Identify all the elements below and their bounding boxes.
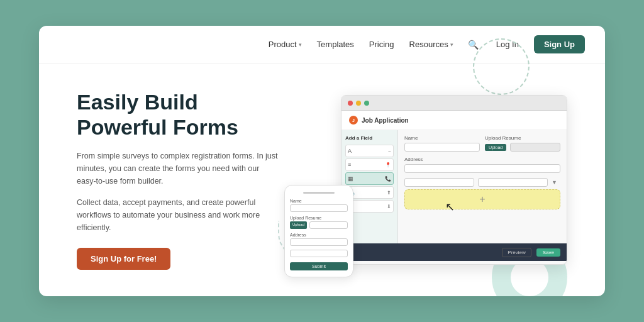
download-icon: ⬇	[387, 204, 391, 209]
chevron-down-icon: ▾	[450, 42, 453, 48]
desktop-mockup: J Job Application Add a Field A −	[341, 95, 567, 265]
form-upload-group: Upload Resume Upload	[485, 135, 560, 152]
form-address-input1[interactable]	[404, 164, 560, 173]
hero-section: Easily Build Powerful Forms From simple …	[77, 90, 291, 269]
preview-section: Name Upload Resume Upload Address Submit	[291, 64, 567, 296]
mockup-body: Add a Field A − ≡ 📍 ▦ 📞	[341, 130, 567, 243]
form-upload-row: Upload	[485, 143, 560, 152]
phone-upload-label: Upload Resume	[290, 216, 348, 220]
save-button[interactable]: Save	[536, 248, 560, 257]
titlebar-dot-red	[348, 101, 353, 106]
main-card: Product ▾ Templates Pricing Resources ▾ …	[39, 26, 605, 296]
preview-button[interactable]: Preview	[502, 248, 531, 257]
form-upload-bar	[510, 143, 560, 152]
calendar-icon: ▦	[348, 175, 353, 182]
phone-upload-row: Upload	[290, 221, 348, 229]
form-row-name-upload: Name Upload Resume Upload	[404, 135, 560, 157]
phone-name-input	[290, 204, 348, 212]
minus-icon: −	[388, 148, 391, 154]
phone-address-label: Address	[290, 233, 348, 237]
content-area: Easily Build Powerful Forms From simple …	[39, 64, 605, 296]
titlebar-dot-yellow	[356, 101, 361, 106]
nav-product[interactable]: Product ▾	[262, 36, 308, 53]
cta-button[interactable]: Sign Up for Free!	[77, 248, 170, 270]
hero-subtitle2: Collect data, accept payments, and creat…	[77, 196, 278, 234]
form-name-group: Name	[404, 135, 480, 152]
phone-address-input	[290, 238, 348, 246]
form-address-input2[interactable]	[404, 178, 474, 187]
mockup-header: J Job Application	[341, 111, 567, 130]
form-upload-col: Upload Resume Upload	[485, 135, 560, 157]
form-address-label: Address	[404, 157, 560, 162]
phone-mockup: Name Upload Resume Upload Address Submit	[284, 185, 353, 277]
form-upload-label: Upload Resume	[485, 135, 560, 141]
nav-pricing[interactable]: Pricing	[363, 36, 401, 53]
dropdown-icon: ▼	[552, 178, 560, 187]
hero-subtitle1: From simple surveys to complex registrat…	[77, 150, 278, 187]
form-name-input[interactable]	[404, 143, 480, 152]
location-icon: 📍	[385, 162, 391, 168]
phone-icon: 📞	[385, 176, 391, 182]
nav-templates[interactable]: Templates	[311, 36, 360, 53]
sidebar-item-list[interactable]: ≡ 📍	[345, 158, 394, 171]
form-name-col: Name	[404, 135, 480, 157]
sidebar-title: Add a Field	[345, 135, 394, 141]
sidebar-item-date[interactable]: ▦ 📞	[345, 172, 394, 185]
phone-name-label: Name	[290, 199, 348, 203]
app-logo-icon: J	[349, 116, 358, 125]
titlebar-dot-green	[364, 101, 369, 106]
form-upload-button[interactable]: Upload	[485, 144, 506, 151]
chevron-down-icon: ▾	[299, 42, 302, 48]
sidebar-item-text[interactable]: A −	[345, 145, 394, 157]
list-icon: ≡	[348, 162, 351, 168]
signup-button[interactable]: Sign Up	[534, 35, 585, 53]
phone-submit-button[interactable]: Submit	[290, 262, 348, 270]
nav-links: Product ▾ Templates Pricing Resources ▾ …	[262, 35, 585, 53]
mockup-footer: Preview Save	[341, 243, 567, 261]
phone-bar	[303, 192, 335, 194]
form-address-group: Address	[404, 157, 560, 173]
nav-resources[interactable]: Resources ▾	[403, 36, 460, 53]
text-field-icon: A	[348, 148, 352, 154]
phone-address-input2	[290, 250, 348, 257]
add-field-button[interactable]: +	[404, 189, 560, 209]
mockup-main: Name Upload Resume Upload	[398, 130, 567, 243]
form-address-input3[interactable]	[478, 178, 548, 187]
outer-background: Product ▾ Templates Pricing Resources ▾ …	[0, 0, 644, 322]
phone-upload-bar	[309, 221, 348, 229]
form-name-label: Name	[404, 135, 480, 141]
form-title: Job Application	[362, 117, 409, 124]
mockup-titlebar	[341, 96, 567, 111]
phone-upload-button[interactable]: Upload	[290, 221, 307, 229]
hero-title: Easily Build Powerful Forms	[77, 90, 278, 139]
upload-icon: ⬆	[387, 190, 391, 196]
